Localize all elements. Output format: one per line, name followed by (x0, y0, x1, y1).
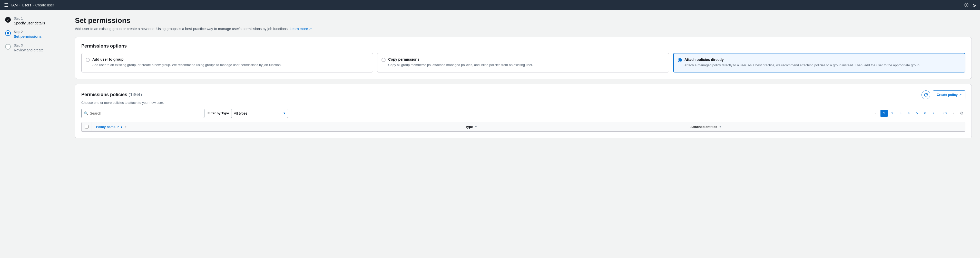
breadcrumb-sep-2: › (33, 3, 33, 7)
policies-count: (1364) (129, 92, 142, 97)
th-policy-name: Policy name ↗ ▲ ▼ (92, 122, 461, 131)
external-link-small-icon: ↗ (116, 125, 119, 128)
pagination: ‹ 1 2 3 4 5 6 7 ... 69 › ⚙ (872, 110, 966, 117)
radio-attach-directly[interactable] (678, 58, 682, 62)
perm-option-add-to-group-title: Add user to group (92, 57, 282, 61)
nav-left: ☰ IAM › Users › Create user (4, 2, 54, 8)
step-2-indicator (5, 30, 11, 36)
permissions-options-card: Permissions options Add user to group Ad… (75, 37, 972, 79)
th-attached-entities: Attached entities ▼ (686, 122, 965, 131)
permissions-options-group: Add user to group Add user to an existin… (81, 53, 966, 72)
type-chevron-icon: ▼ (474, 125, 477, 128)
page-5-button[interactable]: 5 (913, 110, 921, 117)
step-2-item: Step 2 Set permissions (5, 30, 62, 39)
step-2-text: Step 2 Set permissions (14, 30, 41, 39)
page-2-button[interactable]: 2 (889, 110, 896, 117)
page-1-button[interactable]: 1 (880, 110, 888, 117)
policies-subtitle: Choose one or more policies to attach to… (81, 101, 966, 104)
policies-controls: 🔍 Filter by Type All types AWS managed C… (81, 109, 966, 118)
radio-copy-permissions[interactable] (382, 58, 386, 62)
step-3-title: Review and create (14, 48, 44, 53)
info-icon[interactable]: ⓘ (964, 3, 969, 8)
search-wrapper: 🔍 (81, 109, 204, 118)
page-3-button[interactable]: 3 (897, 110, 904, 117)
step-3-text: Step 3 Review and create (14, 43, 44, 53)
refresh-button[interactable] (921, 90, 930, 99)
policy-name-sort-link[interactable]: Policy name ↗ (96, 125, 119, 129)
user-account-icon[interactable]: ⊙ (972, 3, 976, 8)
page-dots: ... (938, 111, 941, 115)
page-subtitle: Add user to an existing group or create … (75, 27, 972, 31)
step-1-indicator (5, 17, 11, 22)
step-1-item: Step 1 Specify user details (5, 16, 62, 26)
policies-header: Permissions policies (1364) Create polic… (81, 90, 966, 99)
perm-option-attach-directly[interactable]: Attach policies directly Attach a manage… (673, 53, 966, 72)
policies-title-group: Permissions policies (1364) (81, 92, 142, 98)
type-select[interactable]: All types AWS managed Customer managed A… (231, 109, 288, 118)
breadcrumb-iam-link[interactable]: IAM (11, 3, 18, 7)
perm-option-add-to-group[interactable]: Add user to group Add user to an existin… (81, 53, 373, 72)
steps-panel: Step 1 Specify user details Step 2 Set p… (0, 10, 67, 258)
nav-right: ⓘ ⊙ (964, 3, 976, 8)
create-policy-button[interactable]: Create policy ↗ (933, 90, 966, 99)
sort-ascending-icon: ▲ (120, 125, 123, 128)
main-layout: Step 1 Specify user details Step 2 Set p… (0, 10, 980, 258)
th-checkbox[interactable] (81, 122, 92, 131)
policies-table: Policy name ↗ ▲ ▼ Type ▼ Attached entiti… (81, 122, 966, 132)
page-4-button[interactable]: 4 (905, 110, 912, 117)
step-1-text: Step 1 Specify user details (14, 16, 45, 26)
top-navigation: ☰ IAM › Users › Create user ⓘ ⊙ (0, 0, 980, 10)
next-page-button[interactable]: › (950, 110, 957, 117)
step-2-title: Set permissions (14, 34, 41, 39)
page-69-button[interactable]: 69 (942, 110, 949, 117)
menu-icon[interactable]: ☰ (4, 2, 8, 8)
perm-option-copy-title: Copy permissions (388, 57, 533, 61)
table-header-row: Policy name ↗ ▲ ▼ Type ▼ Attached entiti… (81, 122, 965, 131)
sort-descending-icon: ▼ (124, 125, 127, 128)
content-area: Set permissions Add user to an existing … (67, 10, 980, 258)
prev-page-button[interactable]: ‹ (872, 110, 880, 117)
search-input[interactable] (81, 109, 204, 118)
step-1-label: Step 1 (14, 16, 45, 21)
learn-more-link[interactable]: Learn more ↗ (290, 27, 312, 31)
select-all-checkbox[interactable] (85, 125, 89, 128)
external-link-icon: ↗ (959, 93, 961, 96)
policies-title: Permissions policies (1364) (81, 92, 142, 97)
perm-option-attach-desc: Attach a managed policy directly to a us… (684, 63, 921, 68)
breadcrumb-current: Create user (35, 3, 54, 7)
page-7-button[interactable]: 7 (930, 110, 937, 117)
step-3-indicator (5, 44, 11, 50)
breadcrumb: IAM › Users › Create user (11, 3, 54, 7)
perm-option-attach-title: Attach policies directly (684, 58, 921, 62)
page-title: Set permissions (75, 16, 972, 25)
filter-group: Filter by Type All types AWS managed Cus… (208, 109, 288, 118)
step-1-title: Specify user details (14, 21, 45, 26)
breadcrumb-sep-1: › (19, 3, 20, 7)
page-6-button[interactable]: 6 (921, 110, 929, 117)
policies-actions: Create policy ↗ (921, 90, 966, 99)
search-icon: 🔍 (84, 111, 88, 115)
type-select-wrapper: All types AWS managed Customer managed A… (231, 109, 288, 118)
step-2-label: Step 2 (14, 30, 41, 34)
attached-chevron-icon: ▼ (719, 125, 722, 128)
perm-option-add-to-group-desc: Add user to an existing group, or create… (92, 62, 282, 67)
step-3-item: Step 3 Review and create (5, 43, 62, 53)
permissions-options-title: Permissions options (81, 43, 966, 49)
radio-add-to-group[interactable] (86, 58, 90, 62)
table-settings-icon[interactable]: ⚙ (958, 110, 966, 117)
page-subtitle-text: Add user to an existing group or create … (75, 27, 290, 31)
permissions-policies-card: Permissions policies (1364) Create polic… (75, 84, 972, 138)
filter-by-type-label: Filter by Type (208, 111, 229, 115)
th-type: Type ▼ (461, 122, 686, 131)
breadcrumb-users-link[interactable]: Users (22, 3, 31, 7)
step-3-label: Step 3 (14, 43, 44, 48)
perm-option-copy-permissions[interactable]: Copy permissions Copy all group membersh… (377, 53, 669, 72)
perm-option-copy-desc: Copy all group memberships, attached man… (388, 62, 533, 67)
